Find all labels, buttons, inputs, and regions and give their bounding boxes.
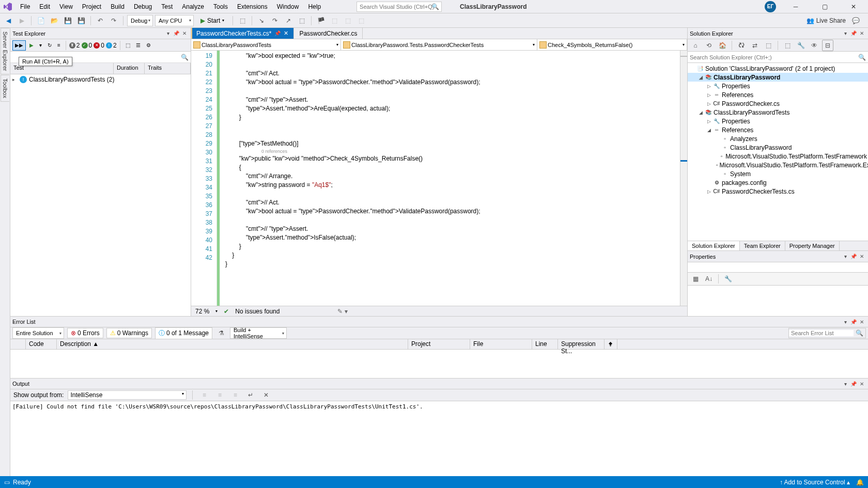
se-node[interactable]: ▫Microsoft.VisualStudio.TestPlatform.Tes… — [688, 161, 868, 169]
code-editor[interactable]: 1920212223242526272829303132333435363738… — [191, 51, 687, 306]
out-btn-1[interactable]: ≡ — [198, 389, 210, 401]
expand-icon[interactable]: ▷ — [706, 84, 711, 89]
run-all-button[interactable]: ▶▶ — [12, 40, 26, 51]
global-search[interactable]: 🔍 — [357, 2, 442, 12]
se-close-button[interactable]: ✕ — [858, 29, 866, 38]
errors-filter[interactable]: ⊗0 Errors — [67, 328, 103, 338]
props-object-selector[interactable] — [688, 262, 868, 273]
panel-pin-button[interactable]: 📌 — [172, 29, 180, 38]
tb-btn-5[interactable]: ⬚ — [296, 15, 307, 26]
solution-tree[interactable]: 📑Solution 'ClassLibraryPassword' (2 of 1… — [688, 63, 868, 241]
editor-tab[interactable]: PasswordCheckerTests.cs*📌✕ — [191, 28, 294, 39]
tb-btn-1[interactable]: ⬚ — [237, 15, 248, 26]
nav-project[interactable]: ClassLibraryPasswordTests — [191, 39, 341, 50]
el-col[interactable]: Project — [408, 339, 470, 349]
output-from-dropdown[interactable]: IntelliSense — [68, 390, 187, 400]
close-icon[interactable]: ✕ — [284, 30, 288, 37]
se-preview-button[interactable]: 👁 — [809, 40, 820, 51]
menu-file[interactable]: File — [16, 2, 35, 12]
props-dropdown-button[interactable]: ▾ — [841, 253, 849, 261]
repeat-button[interactable]: ↻ — [45, 40, 54, 51]
se-node[interactable]: 📑Solution 'ClassLibraryPassword' (2 of 1… — [688, 64, 868, 73]
se-showall-button[interactable]: ⬚ — [782, 40, 793, 51]
se-properties-button[interactable]: 🔧 — [795, 40, 807, 51]
el-col[interactable] — [10, 339, 26, 349]
out-clear-button[interactable]: ✕ — [260, 389, 272, 401]
se-node[interactable]: ◢📚ClassLibraryPasswordTests — [688, 108, 868, 117]
pen-icon[interactable]: ✎ ▾ — [337, 308, 347, 315]
se-node[interactable]: ◢▫▫References — [688, 125, 868, 134]
scroll-bar[interactable] — [680, 51, 687, 306]
expand-icon[interactable]: ◢ — [698, 110, 703, 115]
rail-toolbox[interactable]: Toolbox — [1, 75, 9, 102]
start-button[interactable]: ▶ Start ▾ — [196, 15, 229, 26]
se-node[interactable]: ▫ClassLibraryPassword — [688, 143, 868, 152]
se-node[interactable]: ▷▫▫References — [688, 90, 868, 99]
rail-server-explorer[interactable]: Server Explorer — [1, 28, 9, 74]
save-all-button[interactable]: 💾 — [75, 15, 87, 26]
el-build-dropdown[interactable]: Build + IntelliSense — [230, 327, 287, 339]
el-col[interactable]: Line — [532, 339, 558, 349]
se-search-input[interactable] — [690, 54, 858, 60]
se-node[interactable]: ⚙packages.config — [688, 178, 868, 187]
code-content[interactable]: "kw">bool expected = "kw">true; "cmt">//… — [220, 51, 680, 306]
menu-extensions[interactable]: Extensions — [233, 2, 272, 12]
warnings-filter[interactable]: ⚠0 Warnings — [106, 328, 152, 338]
col-traits[interactable]: Traits — [145, 63, 191, 74]
out-btn-2[interactable]: ≡ — [214, 389, 225, 401]
nav-member[interactable]: Check_4Symbols_ReturnsFalse() — [537, 39, 687, 50]
step-out-button[interactable]: ↗ — [283, 15, 294, 26]
se-home-button[interactable]: ⌂ — [690, 40, 701, 51]
total-count[interactable]: ⧗2 — [69, 42, 80, 49]
el-filter-button[interactable]: ⚗ — [215, 327, 227, 339]
out-dropdown-button[interactable]: ▾ — [841, 380, 849, 388]
pin-icon[interactable]: 📌 — [274, 30, 281, 36]
el-col[interactable]: Code — [26, 339, 57, 349]
menu-help[interactable]: Help — [303, 2, 326, 12]
el-filter-icon[interactable]: ⧪ — [605, 339, 617, 349]
new-project-button[interactable]: 📄 — [35, 15, 47, 26]
expand-icon[interactable]: ▷ — [706, 92, 711, 98]
el-col[interactable]: Description ▲ — [57, 339, 408, 349]
col-duration[interactable]: Duration — [114, 63, 145, 74]
el-close-button[interactable]: ✕ — [858, 318, 866, 326]
se-dropdown-button[interactable]: ▾ — [841, 29, 849, 38]
el-col[interactable]: File — [470, 339, 532, 349]
se-node[interactable]: ◢📚ClassLibraryPassword — [688, 73, 868, 82]
panel-dropdown-button[interactable]: ▾ — [164, 29, 172, 38]
menu-build[interactable]: Build — [106, 2, 129, 12]
minimize-button[interactable]: ─ — [786, 1, 805, 13]
props-alpha-button[interactable]: A↓ — [703, 273, 715, 285]
panel-close-button[interactable]: ✕ — [180, 29, 189, 38]
tb-btn-flag[interactable]: 🏴 — [315, 15, 327, 26]
nav-back-button[interactable]: ◀ — [3, 15, 14, 26]
menu-project[interactable]: Project — [78, 2, 106, 12]
te-view-button[interactable]: ⬚ — [123, 40, 132, 51]
menu-edit[interactable]: Edit — [35, 2, 55, 12]
tb-btn-8[interactable]: ⬚ — [342, 15, 353, 26]
props-pin-button[interactable]: 📌 — [849, 253, 858, 261]
nav-class[interactable]: ClassLibraryPassword.Tests.PasswordCheck… — [341, 39, 537, 50]
se-btn-6[interactable]: ⬚ — [763, 40, 774, 51]
se-btn-2[interactable]: ⟲ — [703, 40, 715, 51]
se-tab-team-explorer[interactable]: Team Explorer — [740, 241, 785, 250]
se-tab-property-manager[interactable]: Property Manager — [785, 241, 840, 250]
config-dropdown[interactable]: Debug — [127, 15, 153, 26]
tb-btn-9[interactable]: ⬚ — [355, 15, 367, 26]
se-node[interactable]: ▷🔧Properties — [688, 117, 868, 125]
editor-tab[interactable]: PasswordChecker.cs — [294, 28, 363, 39]
step-into-button[interactable]: ↘ — [256, 15, 267, 26]
save-button[interactable]: 💾 — [62, 15, 73, 26]
status-source-control[interactable]: ↑ Add to Source Control ▴ — [780, 479, 850, 486]
expand-icon[interactable]: ▷ — [706, 119, 711, 124]
zoom-level[interactable]: 72 % — [195, 308, 209, 315]
el-dropdown-button[interactable]: ▾ — [841, 318, 849, 326]
te-dropdown[interactable]: ▾ — [37, 40, 44, 51]
open-button[interactable]: 📂 — [49, 15, 60, 26]
se-refresh-button[interactable]: 🗘 — [736, 40, 747, 51]
props-pages-button[interactable]: 🔧 — [722, 273, 734, 285]
menu-view[interactable]: View — [55, 2, 78, 12]
el-col[interactable]: Suppression St... — [558, 339, 605, 349]
el-scope-dropdown[interactable]: Entire Solution — [12, 327, 64, 339]
el-search-input[interactable] — [789, 330, 854, 336]
